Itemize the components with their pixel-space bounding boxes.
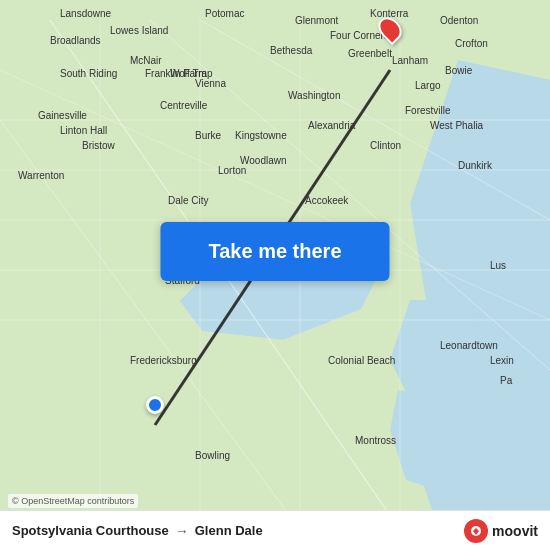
map-container: LansdownePotomacGlenmontKonterraOdentonL… [0,0,550,550]
moovit-icon [464,519,488,543]
destination-marker [380,16,400,42]
origin-marker [146,396,164,414]
moovit-text: moovit [492,523,538,539]
moovit-logo: moovit [464,519,538,543]
route-info: Spotsylvania Courthouse → Glenn Dale [12,523,263,539]
route-from: Spotsylvania Courthouse [12,523,169,538]
take-me-there-button[interactable]: Take me there [160,222,389,281]
route-to: Glenn Dale [195,523,263,538]
bottom-bar: Spotsylvania Courthouse → Glenn Dale moo… [0,510,550,550]
map-attribution: © OpenStreetMap contributors [8,494,138,508]
route-arrow: → [175,523,189,539]
